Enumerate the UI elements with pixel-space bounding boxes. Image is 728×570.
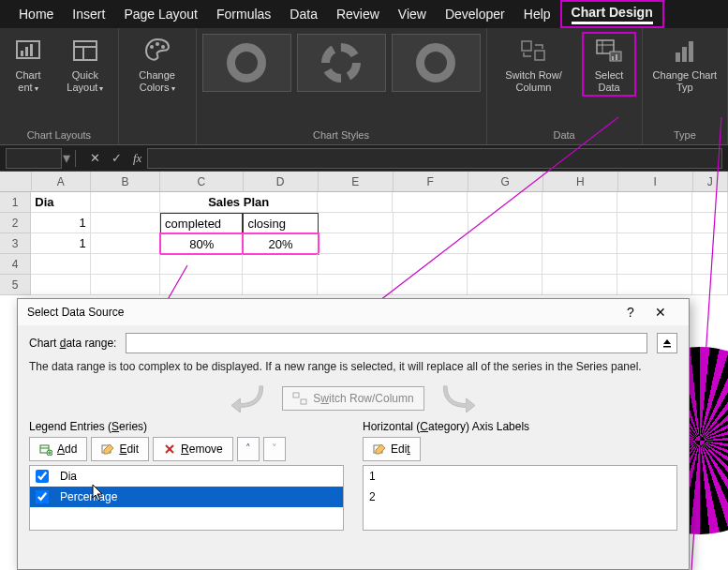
col-C[interactable]: C [160,172,243,191]
col-H[interactable]: H [543,172,618,191]
row-3[interactable]: 3 [0,233,31,254]
tab-insert[interactable]: Insert [63,0,114,28]
svg-rect-4 [74,41,97,60]
ribbon: Chart ent▾ Quick Layout▾ Chart Layouts C… [0,28,728,145]
edit-series-button[interactable]: Edit [91,437,149,461]
tab-chart-design[interactable]: Chart Design [560,0,664,28]
legend-entries-label: Legend Entries (Series) [29,420,344,433]
cell-I2[interactable] [617,213,692,233]
cell-F2[interactable] [394,213,468,233]
cell-G3[interactable] [468,233,543,254]
cell-B1[interactable] [91,192,161,213]
cell-B2[interactable] [91,213,160,233]
axis-labels-label: Horizontal (Category) Axis Labels [363,420,677,433]
select-data-button[interactable]: Select Data [582,32,635,97]
svg-point-8 [156,42,159,46]
formula-input[interactable] [147,148,722,169]
tab-view[interactable]: View [389,0,436,28]
move-up-button[interactable]: ˄ [237,437,260,461]
series-listbox[interactable]: Dia Percentage [29,465,344,531]
fx-button[interactable]: fx [127,151,147,166]
chart-type-icon [670,36,700,66]
remove-series-button[interactable]: Remove [153,437,233,461]
cell-C2[interactable]: completed [160,213,243,233]
cell-E3[interactable] [319,233,394,254]
cell-I1[interactable] [617,192,692,213]
cell-H1[interactable] [542,192,617,213]
cell-H2[interactable] [542,213,617,233]
col-B[interactable]: B [91,172,160,191]
series-check-dia[interactable] [36,470,49,483]
row-1[interactable]: 1 [0,192,31,213]
col-E[interactable]: E [319,172,394,191]
cell-E1[interactable] [318,192,393,213]
row-2[interactable]: 2 [0,213,31,233]
cell-B3[interactable] [91,233,160,254]
cell-F1[interactable] [393,192,468,213]
change-colors-button[interactable]: Change Colors▾ [125,32,190,93]
add-series-button[interactable]: Add [29,437,87,461]
select-all-corner[interactable] [0,172,32,191]
tab-help[interactable]: Help [514,0,560,28]
range-note: The data range is too complex to be disp… [29,359,677,375]
cell-J1[interactable] [692,192,728,213]
series-label: Dia [60,470,77,483]
edit-icon [373,442,386,456]
dialog-help-button[interactable]: ? [619,305,642,320]
cell-A1[interactable]: Dia [31,192,90,213]
quick-layout-button[interactable]: Quick Layout▾ [58,32,112,93]
row-5[interactable]: 5 [0,275,31,295]
tab-formulas[interactable]: Formulas [207,0,280,28]
col-J[interactable]: J [693,172,728,191]
tab-data[interactable]: Data [280,0,327,28]
series-row-dia[interactable]: Dia [30,466,343,487]
cell-D3[interactable]: 20% [243,233,318,254]
svg-rect-26 [301,399,306,404]
name-box[interactable] [6,148,62,169]
cell-C3[interactable]: 80% [160,233,243,254]
move-down-button[interactable]: ˅ [263,437,286,461]
cell-J3[interactable] [692,233,728,254]
col-G[interactable]: G [468,172,543,191]
data-range-input[interactable] [126,333,647,353]
dialog-close-button[interactable]: ✕ [642,305,679,320]
cell-E2[interactable] [319,213,394,233]
cell-H3[interactable] [542,233,617,254]
cell-A3[interactable]: 1 [31,233,90,254]
collapse-dialog-button[interactable] [657,333,677,353]
edit-axis-button[interactable]: Edit [363,437,421,461]
cancel-formula-button[interactable]: ✕ [84,151,106,165]
cell-J2[interactable] [692,213,728,233]
row-4[interactable]: 4 [0,254,31,275]
cell-D2[interactable]: closing [243,213,318,233]
col-A[interactable]: A [32,172,91,191]
series-check-percentage[interactable] [36,490,49,503]
cell-C1[interactable]: Sales Plan [160,192,318,213]
cell-F3[interactable] [394,233,468,254]
tab-developer[interactable]: Developer [436,0,514,28]
chart-style-1[interactable] [202,34,291,92]
series-row-percentage[interactable]: Percentage [30,487,343,507]
cell-G1[interactable] [468,192,542,213]
tab-page-layout[interactable]: Page Layout [114,0,207,28]
change-chart-type-button[interactable]: Change Chart Typ [648,32,721,93]
svg-point-9 [161,45,165,49]
col-I[interactable]: I [618,172,693,191]
cell-G2[interactable] [468,213,543,233]
chart-style-3[interactable] [392,34,481,92]
add-chart-element-button[interactable]: Chart ent▾ [6,32,51,93]
switch-row-column-button[interactable]: Switch Row/ Column [493,32,575,93]
axis-listbox[interactable]: 1 2 [363,465,677,531]
enter-formula-button[interactable]: ✓ [106,151,127,165]
chart-style-2[interactable] [297,34,386,92]
arrow-right-icon [443,384,479,412]
col-F[interactable]: F [394,172,468,191]
axis-row-2[interactable]: 2 [364,487,676,507]
axis-row-1[interactable]: 1 [364,466,676,487]
cell-A2[interactable]: 1 [31,213,90,233]
col-D[interactable]: D [244,172,319,191]
cell-I3[interactable] [617,233,692,254]
collapse-icon [661,338,673,349]
tab-home[interactable]: Home [9,0,63,28]
tab-review[interactable]: Review [327,0,389,28]
